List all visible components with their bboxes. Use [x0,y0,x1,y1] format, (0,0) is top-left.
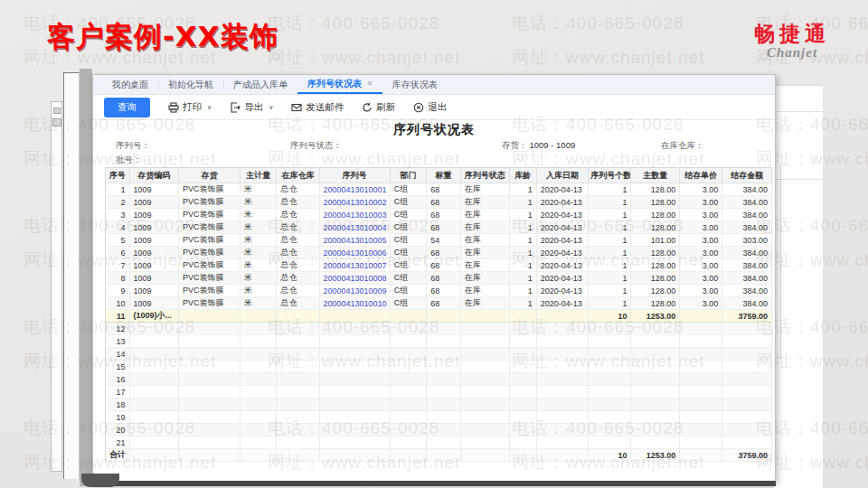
table-cell [240,386,277,399]
table-cell: 10 [589,310,631,323]
print-button[interactable]: 打印 ∨ [168,101,212,114]
report-title: 序列号状况表 [93,122,775,138]
table-cell [277,424,319,436]
tab-my-desktop[interactable]: 我的桌面 [102,75,158,94]
table-cell: 384.00 [722,272,772,285]
subtotal-row: 11(1009)小...101253.003759.00 [106,310,772,323]
tab-serial-status-report[interactable]: 序列号状况表 × [297,75,382,94]
table-cell: 384.00 [722,259,772,272]
table-cell: 128.00 [631,272,680,285]
serial-link[interactable]: 20000413010003 [319,209,390,221]
table-cell: 3.00 [680,259,722,272]
table-cell [722,386,772,399]
refresh-button[interactable]: 刷新 [362,101,395,114]
serial-link[interactable]: 20000413010002 [319,196,390,209]
table-cell [589,335,631,348]
table-row: 101009PVC装饰膜米总仓20000413010010C组68在库12020… [106,297,772,310]
tab-finished-goods-receipt[interactable]: 产成品入库单 [223,75,297,94]
window-chrome-strip [80,69,92,486]
table-cell [390,424,427,436]
divider [774,179,823,180]
table-cell: 1 [589,259,631,272]
table-cell: 1 [509,297,536,310]
serial-link[interactable]: 20000413010005 [319,234,390,247]
table-cell: PVC装饰膜 [179,183,241,196]
table-cell [460,323,509,335]
table-cell: 米 [240,247,277,259]
table-cell: 3.00 [680,285,722,297]
table-cell [509,323,536,335]
watermark-phone-text: 电话：400-665-0028 [512,12,684,35]
table-cell [427,411,461,424]
table-cell: 1 [589,247,631,259]
table-cell [277,335,319,348]
table-cell [460,436,509,449]
export-button[interactable]: 导出 ∨ [230,101,273,114]
table-cell: C组 [390,297,427,310]
close-tab-icon[interactable]: × [367,79,373,89]
table-cell [722,361,772,373]
table-cell: 303.00 [722,234,772,247]
table-cell: 68 [427,259,461,272]
window-shadow-bar [90,481,776,486]
tab-init-nav[interactable]: 初始化导航 [158,75,223,94]
filter-serial-number: 序列号： [116,140,152,152]
table-cell [680,323,722,335]
page-fragment [52,118,61,127]
query-button[interactable]: 查询 [104,98,150,117]
table-cell: 384.00 [722,183,772,196]
total-cell: 10 [589,449,631,462]
table-cell: 6 [106,247,130,259]
table-cell: 384.00 [722,297,772,310]
table-cell: 在库 [460,221,509,234]
table-cell: 1009 [129,285,179,297]
serial-link[interactable]: 20000413010007 [319,259,390,272]
table-cell: 总仓 [277,259,319,272]
table-cell [680,411,722,424]
send-mail-button[interactable]: 发送邮件 [291,101,344,114]
serial-link[interactable]: 20000413010008 [319,272,390,285]
table-cell [277,399,319,411]
table-cell: PVC装饰膜 [179,285,241,297]
table-cell [536,436,588,449]
table-cell: 在库 [460,285,509,297]
serial-link[interactable]: 20000413010004 [319,221,390,234]
report-area: 序列号状况表 序列号： 序列号状态： 存货：1009 - 1009 在库仓库： … [93,120,775,481]
table-cell: C组 [390,183,427,196]
table-cell: 128.00 [631,247,680,259]
table-cell [129,411,179,424]
table-cell: 4 [106,221,130,234]
table-cell [129,386,179,399]
tab-inventory-status-report[interactable]: 库存状况表 [382,75,448,94]
page-title: 客户案例-XX装饰 [47,18,278,56]
serial-link[interactable]: 20000413010009 [319,285,390,297]
table-cell [179,348,241,361]
table-cell: C组 [390,247,427,259]
exit-button[interactable]: 退出 [413,101,447,114]
serial-link[interactable]: 20000413010010 [319,297,390,310]
table-cell: 1 [509,196,536,209]
table-cell: 总仓 [277,285,319,297]
table-cell: C组 [390,196,427,209]
table-cell: 2020-04-13 [536,183,588,196]
table-row: 11009PVC装饰膜米总仓20000413010001C组68在库12020-… [106,183,772,196]
table-cell [179,424,241,436]
serial-link[interactable]: 20000413010001 [319,183,390,196]
serial-link[interactable]: 20000413010006 [319,247,390,259]
export-icon [230,102,241,113]
table-cell: 总仓 [277,209,319,221]
report-table-wrap: 序号存货编码存货主计量在库仓库序列号部门标重序列号状态库龄入库日期序列号个数主数… [105,167,772,462]
table-cell: 7 [106,259,130,272]
table-cell: 128.00 [631,196,680,209]
table-cell: 18 [106,399,130,411]
background-page-edge-1 [51,101,62,472]
total-cell [277,449,319,462]
table-cell [631,436,680,449]
table-cell [509,335,536,348]
table-cell: 1009 [129,196,179,209]
table-cell [589,436,631,449]
filter-warehouse: 在库仓库： [661,140,706,152]
table-cell: 1253.00 [631,310,680,323]
table-cell: 2020-04-13 [536,234,588,247]
table-cell [509,424,536,436]
